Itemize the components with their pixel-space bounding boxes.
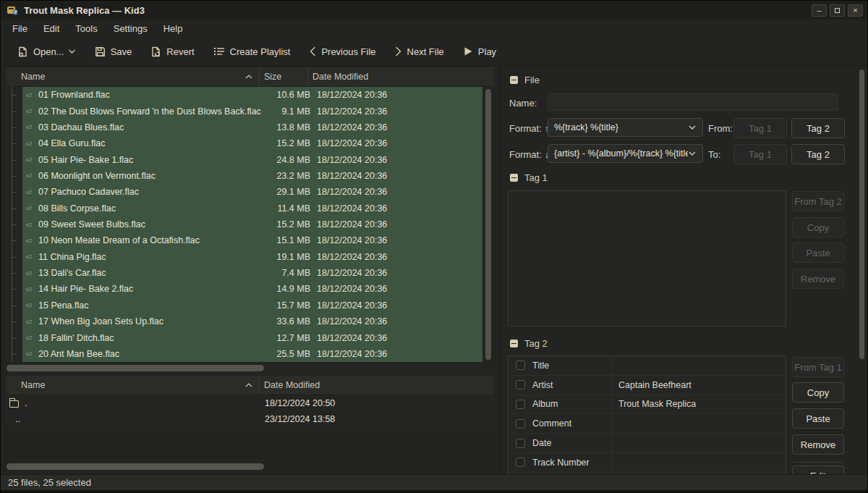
field-value[interactable]: Trout Mask Replica — [612, 399, 786, 409]
tag1-copy-button[interactable]: Copy — [792, 217, 844, 237]
file-row[interactable]: v2 15 Pena.flac 15.7 MB 18/12/2024 20:36 — [7, 298, 482, 313]
file-date: 18/12/2024 20:36 — [314, 300, 482, 311]
field-checkbox[interactable] — [516, 419, 525, 429]
file-date: 18/12/2024 20:36 — [314, 252, 482, 262]
tag1-paste-button[interactable]: Paste — [792, 243, 844, 263]
file-row[interactable]: v2 09 Sweet Sweet Bulbs.flac 15.2 MB 18/… — [7, 216, 482, 232]
file-size: 12.7 MB — [265, 333, 314, 343]
field-label: Title — [532, 361, 549, 371]
tag-v2-badge: v2 — [24, 189, 34, 195]
next-file-button[interactable]: Next File — [388, 42, 451, 62]
file-row[interactable]: v2 17 When Big Joan Sets Up.flac 33.6 MB… — [7, 313, 482, 329]
menu-edit[interactable]: Edit — [36, 21, 67, 36]
file-section-header[interactable]: File — [510, 75, 540, 85]
revert-button[interactable]: Revert — [144, 42, 200, 62]
column-header-name[interactable]: Name — [7, 376, 260, 395]
column-header-date[interactable]: Date Modified — [308, 67, 494, 86]
field-checkbox[interactable] — [516, 439, 525, 448]
menu-tools[interactable]: Tools — [68, 21, 104, 36]
play-button[interactable]: Play — [456, 42, 503, 62]
save-button[interactable]: Save — [88, 42, 139, 62]
file-row[interactable]: v2 08 Bills Corpse.flac 11.4 MB 18/12/20… — [7, 201, 482, 216]
directory-row[interactable]: .. 23/12/2024 13:58 — [7, 411, 494, 427]
tag2-field-row[interactable]: Track Number — [509, 453, 786, 473]
directory-list-horizontal-scrollbar[interactable] — [7, 463, 264, 470]
file-size: 7.4 MB — [265, 268, 314, 278]
minimize-button[interactable]: – — [812, 4, 827, 17]
menu-settings[interactable]: Settings — [106, 21, 155, 36]
tree-branch — [7, 232, 22, 248]
file-row[interactable]: v2 02 The Dust Blows Forward 'n the Dust… — [7, 103, 482, 119]
file-row[interactable]: v2 03 Dachau Blues.flac 13.8 MB 18/12/20… — [7, 119, 482, 135]
file-date: 18/12/2024 20:36 — [314, 333, 482, 343]
tag2-copy-button[interactable]: Copy — [792, 382, 844, 403]
tag-v2-badge: v2 — [24, 222, 34, 228]
tag2-field-row[interactable]: Album Trout Mask Replica — [509, 395, 786, 415]
file-row[interactable]: v2 10 Neon Meate Dream of a Octafish.fla… — [7, 232, 482, 248]
file-panel: Name Size Date Modified v2 01 Fr — [1, 66, 500, 474]
chevron-down-icon — [688, 125, 697, 130]
tag1-from-tag2-button[interactable]: From Tag 2 — [792, 191, 844, 211]
previous-file-button[interactable]: Previous File — [302, 42, 382, 62]
filename-from-tag1-button[interactable]: Tag 1 — [733, 118, 787, 138]
file-row[interactable]: v2 14 Hair Pie- Bake 2.flac 14.9 MB 18/1… — [7, 281, 482, 297]
field-checkbox[interactable] — [516, 400, 525, 409]
tree-branch — [7, 103, 22, 119]
tag2-field-row[interactable]: Date — [509, 434, 786, 453]
file-row[interactable]: v2 13 Dali's Car.flac 7.4 MB 18/12/2024 … — [7, 265, 482, 281]
filename-input[interactable] — [548, 93, 838, 111]
button-divider — [793, 462, 843, 463]
chevron-down-icon[interactable] — [68, 49, 76, 54]
tag2-from-tag1-button[interactable]: From Tag 1 — [792, 357, 844, 377]
file-row[interactable]: v2 07 Pachuco Cadaver.flac 29.1 MB 18/12… — [7, 184, 482, 200]
tag2-section-header[interactable]: Tag 2 — [510, 338, 548, 349]
field-checkbox[interactable] — [516, 380, 525, 389]
tag2-field-row[interactable]: Title — [509, 356, 786, 376]
filename-to-tag2-button[interactable]: Tag 2 — [791, 144, 845, 164]
file-row[interactable]: v2 11 China Pig.flac 19.1 MB 18/12/2024 … — [7, 249, 482, 265]
field-checkbox[interactable] — [516, 458, 525, 467]
column-header-size[interactable]: Size — [260, 67, 308, 86]
file-size: 23.2 MB — [265, 171, 314, 181]
filename-from-tag2-button[interactable]: Tag 2 — [791, 118, 845, 138]
menu-help[interactable]: Help — [156, 21, 190, 36]
tag-panel-vertical-scrollbar[interactable] — [859, 69, 864, 359]
file-row[interactable]: v2 20 Ant Man Bee.flac 25.5 MB 18/12/202… — [7, 346, 482, 362]
file-size: 15.7 MB — [265, 300, 314, 311]
tag2-remove-button[interactable]: Remove — [792, 434, 844, 455]
field-value[interactable]: Captain Beefheart — [612, 380, 786, 390]
open-button[interactable]: Open... — [11, 42, 82, 62]
filename-to-tag1-button[interactable]: Tag 1 — [733, 144, 787, 164]
column-header-name[interactable]: Name — [7, 67, 260, 86]
directory-row[interactable]: . 18/12/2024 20:50 — [7, 395, 494, 411]
collapse-icon[interactable] — [510, 340, 518, 347]
tag-v2-badge: v2 — [24, 108, 34, 114]
tag1-remove-button[interactable]: Remove — [792, 269, 844, 289]
menu-file[interactable]: File — [5, 21, 35, 36]
maximize-button[interactable] — [830, 4, 845, 17]
tree-branch — [7, 184, 22, 200]
tag2-paste-button[interactable]: Paste — [792, 408, 844, 429]
format-to-tag-combobox[interactable]: {artist} - %{album}/%{track} %{title} — [548, 144, 703, 163]
create-playlist-button[interactable]: Create Playlist — [207, 42, 297, 62]
tag-v2-badge: v2 — [24, 205, 34, 211]
format-from-tag-combobox[interactable]: %{track} %{title} — [548, 118, 703, 137]
column-header-date[interactable]: Date Modified — [260, 376, 494, 395]
tag1-section-header[interactable]: Tag 1 — [510, 172, 548, 183]
file-row[interactable]: v2 05 Hair Pie- Bake 1.flac 24.8 MB 18/1… — [7, 151, 482, 167]
close-button[interactable]: × — [848, 4, 863, 17]
file-row[interactable]: v2 04 Ella Guru.flac 15.2 MB 18/12/2024 … — [7, 135, 482, 151]
collapse-icon[interactable] — [510, 76, 518, 84]
tag2-field-row[interactable]: Artist Captain Beefheart — [509, 376, 786, 395]
tag2-field-row[interactable]: Comment — [509, 414, 786, 434]
file-list-horizontal-scrollbar[interactable] — [7, 365, 264, 371]
kid3-window: Trout Mask Replica — Kid3 – × File Edit … — [0, 0, 868, 493]
file-list-vertical-scrollbar[interactable] — [485, 89, 491, 360]
menu-bar: File Edit Tools Settings Help — [1, 20, 867, 38]
file-row[interactable]: v2 01 Frownland.flac 10.6 MB 18/12/2024 … — [7, 87, 482, 103]
file-row[interactable]: v2 18 Fallin' Ditch.flac 12.7 MB 18/12/2… — [7, 329, 482, 345]
file-row[interactable]: v2 06 Moonlight on Vermont.flac 23.2 MB … — [7, 168, 482, 184]
field-checkbox[interactable] — [516, 361, 525, 370]
collapse-icon[interactable] — [510, 174, 518, 182]
tag2-edit-button[interactable]: Edit — [792, 465, 844, 474]
